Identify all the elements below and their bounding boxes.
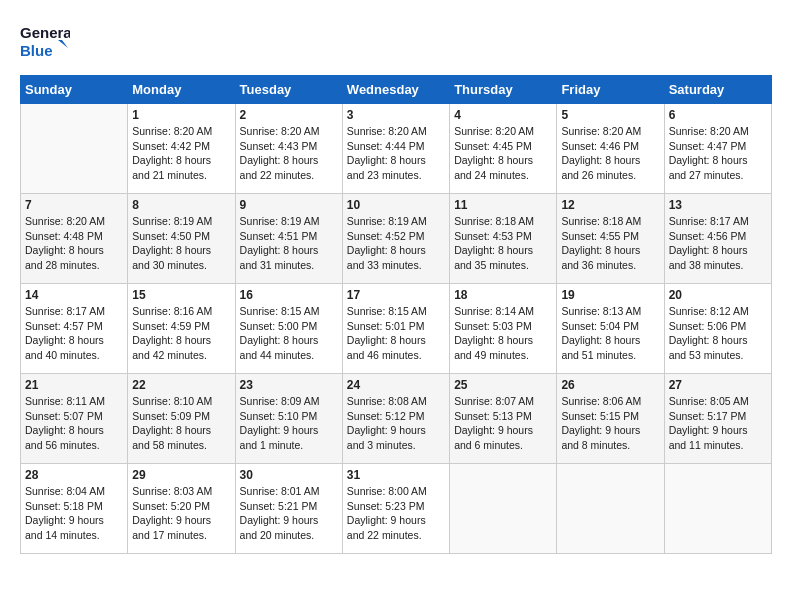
calendar-cell: 26Sunrise: 8:06 AM Sunset: 5:15 PM Dayli… <box>557 374 664 464</box>
day-number: 29 <box>132 468 230 482</box>
calendar-cell: 15Sunrise: 8:16 AM Sunset: 4:59 PM Dayli… <box>128 284 235 374</box>
weekday-header: Tuesday <box>235 76 342 104</box>
day-info: Sunrise: 8:20 AM Sunset: 4:46 PM Dayligh… <box>561 124 659 183</box>
day-info: Sunrise: 8:12 AM Sunset: 5:06 PM Dayligh… <box>669 304 767 363</box>
day-number: 25 <box>454 378 552 392</box>
day-info: Sunrise: 8:19 AM Sunset: 4:52 PM Dayligh… <box>347 214 445 273</box>
day-info: Sunrise: 8:20 AM Sunset: 4:42 PM Dayligh… <box>132 124 230 183</box>
day-number: 13 <box>669 198 767 212</box>
calendar-cell: 19Sunrise: 8:13 AM Sunset: 5:04 PM Dayli… <box>557 284 664 374</box>
day-number: 11 <box>454 198 552 212</box>
day-number: 7 <box>25 198 123 212</box>
calendar-table: SundayMondayTuesdayWednesdayThursdayFrid… <box>20 75 772 554</box>
day-info: Sunrise: 8:09 AM Sunset: 5:10 PM Dayligh… <box>240 394 338 453</box>
calendar-cell: 4Sunrise: 8:20 AM Sunset: 4:45 PM Daylig… <box>450 104 557 194</box>
day-number: 28 <box>25 468 123 482</box>
day-number: 6 <box>669 108 767 122</box>
day-info: Sunrise: 8:07 AM Sunset: 5:13 PM Dayligh… <box>454 394 552 453</box>
day-number: 4 <box>454 108 552 122</box>
day-info: Sunrise: 8:15 AM Sunset: 5:01 PM Dayligh… <box>347 304 445 363</box>
logo: GeneralBlue <box>20 20 70 65</box>
day-number: 30 <box>240 468 338 482</box>
weekday-header: Saturday <box>664 76 771 104</box>
calendar-cell: 17Sunrise: 8:15 AM Sunset: 5:01 PM Dayli… <box>342 284 449 374</box>
svg-marker-2 <box>58 40 68 48</box>
calendar-cell: 22Sunrise: 8:10 AM Sunset: 5:09 PM Dayli… <box>128 374 235 464</box>
weekday-header: Monday <box>128 76 235 104</box>
day-number: 17 <box>347 288 445 302</box>
weekday-header-row: SundayMondayTuesdayWednesdayThursdayFrid… <box>21 76 772 104</box>
day-info: Sunrise: 8:18 AM Sunset: 4:55 PM Dayligh… <box>561 214 659 273</box>
calendar-cell: 7Sunrise: 8:20 AM Sunset: 4:48 PM Daylig… <box>21 194 128 284</box>
day-number: 14 <box>25 288 123 302</box>
day-number: 10 <box>347 198 445 212</box>
calendar-cell: 18Sunrise: 8:14 AM Sunset: 5:03 PM Dayli… <box>450 284 557 374</box>
day-info: Sunrise: 8:06 AM Sunset: 5:15 PM Dayligh… <box>561 394 659 453</box>
day-info: Sunrise: 8:01 AM Sunset: 5:21 PM Dayligh… <box>240 484 338 543</box>
calendar-cell <box>21 104 128 194</box>
weekday-header: Thursday <box>450 76 557 104</box>
day-info: Sunrise: 8:05 AM Sunset: 5:17 PM Dayligh… <box>669 394 767 453</box>
day-number: 3 <box>347 108 445 122</box>
calendar-cell: 31Sunrise: 8:00 AM Sunset: 5:23 PM Dayli… <box>342 464 449 554</box>
calendar-cell <box>450 464 557 554</box>
page-header: GeneralBlue <box>20 20 772 65</box>
calendar-cell: 27Sunrise: 8:05 AM Sunset: 5:17 PM Dayli… <box>664 374 771 464</box>
day-info: Sunrise: 8:20 AM Sunset: 4:48 PM Dayligh… <box>25 214 123 273</box>
calendar-cell: 29Sunrise: 8:03 AM Sunset: 5:20 PM Dayli… <box>128 464 235 554</box>
day-number: 31 <box>347 468 445 482</box>
weekday-header: Sunday <box>21 76 128 104</box>
logo-svg: GeneralBlue <box>20 20 70 65</box>
weekday-header: Friday <box>557 76 664 104</box>
calendar-cell: 30Sunrise: 8:01 AM Sunset: 5:21 PM Dayli… <box>235 464 342 554</box>
day-info: Sunrise: 8:19 AM Sunset: 4:51 PM Dayligh… <box>240 214 338 273</box>
day-number: 12 <box>561 198 659 212</box>
day-number: 19 <box>561 288 659 302</box>
day-info: Sunrise: 8:13 AM Sunset: 5:04 PM Dayligh… <box>561 304 659 363</box>
day-info: Sunrise: 8:20 AM Sunset: 4:44 PM Dayligh… <box>347 124 445 183</box>
calendar-cell <box>557 464 664 554</box>
day-info: Sunrise: 8:17 AM Sunset: 4:56 PM Dayligh… <box>669 214 767 273</box>
calendar-week-row: 1Sunrise: 8:20 AM Sunset: 4:42 PM Daylig… <box>21 104 772 194</box>
calendar-cell: 13Sunrise: 8:17 AM Sunset: 4:56 PM Dayli… <box>664 194 771 284</box>
calendar-cell: 5Sunrise: 8:20 AM Sunset: 4:46 PM Daylig… <box>557 104 664 194</box>
day-info: Sunrise: 8:19 AM Sunset: 4:50 PM Dayligh… <box>132 214 230 273</box>
day-number: 21 <box>25 378 123 392</box>
day-number: 22 <box>132 378 230 392</box>
svg-text:Blue: Blue <box>20 42 53 59</box>
day-number: 9 <box>240 198 338 212</box>
calendar-week-row: 21Sunrise: 8:11 AM Sunset: 5:07 PM Dayli… <box>21 374 772 464</box>
day-number: 16 <box>240 288 338 302</box>
day-number: 26 <box>561 378 659 392</box>
day-info: Sunrise: 8:20 AM Sunset: 4:45 PM Dayligh… <box>454 124 552 183</box>
day-info: Sunrise: 8:15 AM Sunset: 5:00 PM Dayligh… <box>240 304 338 363</box>
calendar-cell: 11Sunrise: 8:18 AM Sunset: 4:53 PM Dayli… <box>450 194 557 284</box>
calendar-cell: 12Sunrise: 8:18 AM Sunset: 4:55 PM Dayli… <box>557 194 664 284</box>
day-number: 20 <box>669 288 767 302</box>
day-number: 27 <box>669 378 767 392</box>
calendar-cell: 23Sunrise: 8:09 AM Sunset: 5:10 PM Dayli… <box>235 374 342 464</box>
day-info: Sunrise: 8:20 AM Sunset: 4:47 PM Dayligh… <box>669 124 767 183</box>
calendar-week-row: 7Sunrise: 8:20 AM Sunset: 4:48 PM Daylig… <box>21 194 772 284</box>
calendar-cell: 8Sunrise: 8:19 AM Sunset: 4:50 PM Daylig… <box>128 194 235 284</box>
calendar-week-row: 28Sunrise: 8:04 AM Sunset: 5:18 PM Dayli… <box>21 464 772 554</box>
day-number: 2 <box>240 108 338 122</box>
weekday-header: Wednesday <box>342 76 449 104</box>
day-info: Sunrise: 8:11 AM Sunset: 5:07 PM Dayligh… <box>25 394 123 453</box>
day-info: Sunrise: 8:14 AM Sunset: 5:03 PM Dayligh… <box>454 304 552 363</box>
calendar-cell: 9Sunrise: 8:19 AM Sunset: 4:51 PM Daylig… <box>235 194 342 284</box>
day-number: 23 <box>240 378 338 392</box>
day-number: 15 <box>132 288 230 302</box>
day-info: Sunrise: 8:16 AM Sunset: 4:59 PM Dayligh… <box>132 304 230 363</box>
svg-text:General: General <box>20 24 70 41</box>
day-info: Sunrise: 8:20 AM Sunset: 4:43 PM Dayligh… <box>240 124 338 183</box>
calendar-cell <box>664 464 771 554</box>
day-number: 8 <box>132 198 230 212</box>
day-info: Sunrise: 8:00 AM Sunset: 5:23 PM Dayligh… <box>347 484 445 543</box>
day-info: Sunrise: 8:18 AM Sunset: 4:53 PM Dayligh… <box>454 214 552 273</box>
day-info: Sunrise: 8:04 AM Sunset: 5:18 PM Dayligh… <box>25 484 123 543</box>
calendar-cell: 6Sunrise: 8:20 AM Sunset: 4:47 PM Daylig… <box>664 104 771 194</box>
calendar-cell: 21Sunrise: 8:11 AM Sunset: 5:07 PM Dayli… <box>21 374 128 464</box>
day-number: 1 <box>132 108 230 122</box>
day-number: 24 <box>347 378 445 392</box>
